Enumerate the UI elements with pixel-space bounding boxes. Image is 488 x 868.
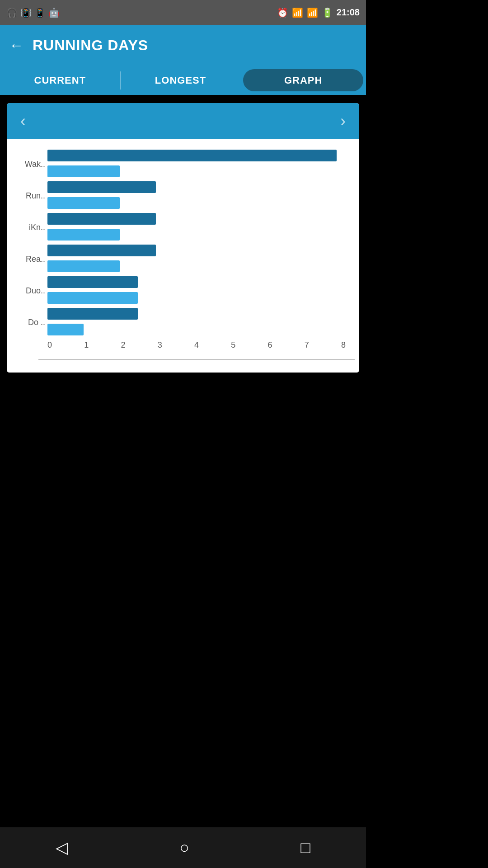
status-bar: 🎧 📳 📱 🤖 ⏰ 📶 📶 🔋 21:08 (0, 0, 366, 25)
bar-row (47, 164, 346, 179)
bar-row (47, 148, 346, 163)
x-axis-label: 5 (231, 340, 235, 350)
status-icons-right: ⏰ 📶 📶 🔋 21:08 (277, 7, 360, 18)
time-display: 21:08 (337, 7, 360, 18)
android-icon: 🤖 (48, 7, 60, 18)
chart-container: ‹ › Wak..Run..iKn..Rea..Duo..Do .. 01234… (7, 103, 359, 373)
battery-icon: 🔋 (322, 7, 333, 18)
bottom-nav: ◁ ○ □ (0, 827, 366, 868)
bar-row (47, 307, 346, 321)
chart-nav: ‹ › (7, 103, 359, 139)
chart-area: Wak..Run..iKn..Rea..Duo..Do .. 012345678 (7, 139, 359, 373)
bar-group-label: Run.. (16, 191, 45, 201)
x-axis-line (38, 359, 355, 360)
nav-back-button[interactable]: ◁ (56, 838, 68, 857)
bar-segment (47, 308, 138, 320)
bar-row (47, 180, 346, 194)
tab-longest[interactable]: LONGEST (121, 66, 241, 95)
x-axis-label: 1 (84, 340, 89, 350)
bar-group-label: Duo.. (16, 286, 45, 296)
bar-group: Duo.. (47, 275, 346, 307)
bar-group-label: Wak.. (16, 160, 45, 169)
header: ← RUNNING DAYS (0, 25, 366, 66)
chart-prev-button[interactable]: ‹ (20, 112, 26, 131)
signal-icon: 📶 (307, 7, 318, 18)
status-icons-left: 🎧 📳 📱 🤖 (6, 7, 60, 18)
bar-segment (47, 276, 138, 288)
x-axis-label: 3 (158, 340, 162, 350)
bar-row (47, 322, 346, 337)
bar-segment (47, 292, 138, 304)
x-axis-label: 4 (194, 340, 199, 350)
bar-row (47, 212, 346, 226)
bar-group: Rea.. (47, 243, 346, 275)
x-axis-label: 8 (341, 340, 346, 350)
bar-row (47, 291, 346, 305)
bar-row (47, 196, 346, 210)
back-button[interactable]: ← (9, 37, 23, 54)
nav-home-button[interactable]: ○ (179, 838, 189, 857)
bar-segment (47, 229, 120, 241)
bar-chart: Wak..Run..iKn..Rea..Duo..Do .. (16, 148, 350, 338)
bar-group-label: iKn.. (16, 223, 45, 232)
bar-group: Wak.. (47, 148, 346, 180)
page-title: RUNNING DAYS (33, 37, 148, 54)
alarm-icon: ⏰ (277, 7, 288, 18)
bar-segment (47, 150, 337, 161)
bar-group-label: Do .. (16, 318, 45, 327)
bar-row (47, 259, 346, 274)
nav-recent-button[interactable]: □ (300, 838, 310, 857)
bar-segment (47, 245, 156, 256)
x-axis-label: 6 (267, 340, 272, 350)
tab-graph[interactable]: GRAPH (243, 69, 363, 91)
bar-group: iKn.. (47, 212, 346, 243)
bar-group: Do .. (47, 307, 346, 338)
tabs-bar: CURRENT LONGEST GRAPH (0, 66, 366, 95)
bar-segment (47, 181, 156, 193)
bar-segment (47, 197, 120, 209)
wifi-icon: 📶 (292, 7, 303, 18)
bar-segment (47, 213, 156, 225)
x-axis-label: 7 (305, 340, 309, 350)
chart-next-button[interactable]: › (340, 112, 346, 131)
x-axis-label: 2 (121, 340, 125, 350)
tab-current[interactable]: CURRENT (0, 66, 120, 95)
bar-row (47, 275, 346, 289)
bar-segment (47, 324, 84, 335)
x-axis-labels: 012345678 (16, 340, 350, 350)
vibrate-icon: 📳 (20, 7, 32, 18)
bar-segment (47, 165, 120, 177)
phone-icon: 📱 (34, 7, 46, 18)
bar-row (47, 227, 346, 242)
x-axis-label: 0 (47, 340, 52, 350)
bar-row (47, 243, 346, 258)
bar-group: Run.. (47, 180, 346, 212)
headset-icon: 🎧 (6, 7, 18, 18)
bar-segment (47, 260, 120, 272)
bar-group-label: Rea.. (16, 255, 45, 264)
